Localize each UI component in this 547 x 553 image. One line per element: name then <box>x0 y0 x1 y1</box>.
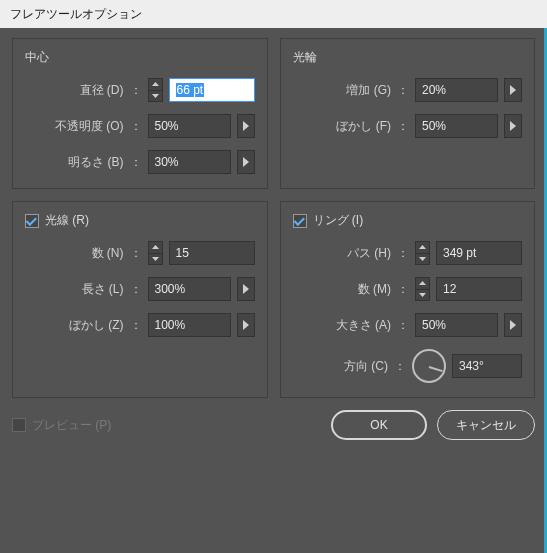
dialog-content: 中心 直径 (D) ： 66 pt 不透明度 (O) ： 50% 明るさ (B)… <box>0 28 547 452</box>
label-rings-size: 大きさ (A) <box>336 317 391 334</box>
svg-marker-4 <box>510 85 516 95</box>
rings-count-input[interactable]: 12 <box>436 277 522 301</box>
chevron-up-icon[interactable] <box>149 242 162 254</box>
panel-halo-title: 光輪 <box>293 49 523 66</box>
growth-dropdown-button[interactable] <box>504 78 522 102</box>
panel-center-title: 中心 <box>25 49 255 66</box>
label-opacity: 不透明度 (O) <box>55 118 124 135</box>
svg-marker-5 <box>510 121 516 131</box>
rays-length-dropdown-button[interactable] <box>237 277 255 301</box>
growth-input[interactable]: 20% <box>415 78 498 102</box>
brightness-dropdown-button[interactable] <box>237 150 255 174</box>
direction-input[interactable]: 343° <box>452 354 522 378</box>
opacity-input[interactable]: 50% <box>148 114 231 138</box>
svg-marker-7 <box>152 257 159 261</box>
chevron-up-icon[interactable] <box>416 278 429 290</box>
svg-marker-14 <box>510 320 516 330</box>
label-rings-direction: 方向 (C) <box>344 358 388 375</box>
panel-rings: リング (I) パス (H) ： 349 pt 数 (M) ： 12 <box>280 201 536 398</box>
window-title: フレアツールオプション <box>10 7 142 21</box>
halo-blur-input[interactable]: 50% <box>415 114 498 138</box>
brightness-input[interactable]: 30% <box>148 150 231 174</box>
rings-path-spinner[interactable] <box>415 241 430 265</box>
svg-marker-1 <box>152 94 159 98</box>
rays-checkbox[interactable] <box>25 214 39 228</box>
svg-marker-10 <box>419 245 426 249</box>
label-brightness: 明るさ (B) <box>68 154 123 171</box>
label-rays-count: 数 (N) <box>92 245 124 262</box>
label-rings-count: 数 (M) <box>358 281 391 298</box>
panel-center: 中心 直径 (D) ： 66 pt 不透明度 (O) ： 50% 明るさ (B)… <box>12 38 268 189</box>
panel-halo: 光輪 増加 (G) ： 20% ぼかし (F) ： 50% <box>280 38 536 189</box>
rings-checkbox[interactable] <box>293 214 307 228</box>
rings-count-spinner[interactable] <box>415 277 430 301</box>
rays-count-spinner[interactable] <box>148 241 163 265</box>
svg-marker-13 <box>419 293 426 297</box>
chevron-down-icon[interactable] <box>416 290 429 301</box>
preview-label: プレビュー (P) <box>32 417 111 434</box>
halo-blur-dropdown-button[interactable] <box>504 114 522 138</box>
svg-marker-9 <box>243 320 249 330</box>
label-rings-path: パス (H) <box>347 245 391 262</box>
svg-marker-8 <box>243 284 249 294</box>
svg-marker-3 <box>243 157 249 167</box>
chevron-down-icon[interactable] <box>416 254 429 265</box>
label-diameter: 直径 (D) <box>80 82 124 99</box>
label-rays-length: 長さ (L) <box>82 281 124 298</box>
diameter-step-up-icon[interactable] <box>149 79 162 91</box>
rays-count-input[interactable]: 15 <box>169 241 255 265</box>
svg-marker-6 <box>152 245 159 249</box>
rays-blur-dropdown-button[interactable] <box>237 313 255 337</box>
rings-path-input[interactable]: 349 pt <box>436 241 522 265</box>
title-bar: フレアツールオプション <box>0 0 547 28</box>
opacity-dropdown-button[interactable] <box>237 114 255 138</box>
direction-angle-widget[interactable] <box>412 349 446 383</box>
diameter-input[interactable]: 66 pt <box>169 78 255 102</box>
ok-button[interactable]: OK <box>331 410 427 440</box>
rings-size-dropdown-button[interactable] <box>504 313 522 337</box>
panel-rays: 光線 (R) 数 (N) ： 15 長さ (L) ： 300% ぼかし (Z) … <box>12 201 268 398</box>
label-rays-blur: ぼかし (Z) <box>69 317 124 334</box>
cancel-button[interactable]: キャンセル <box>437 410 535 440</box>
diameter-step-down-icon[interactable] <box>149 91 162 102</box>
preview-option: プレビュー (P) <box>12 417 111 434</box>
chevron-up-icon[interactable] <box>416 242 429 254</box>
svg-marker-12 <box>419 281 426 285</box>
rays-blur-input[interactable]: 100% <box>148 313 231 337</box>
preview-checkbox <box>12 418 26 432</box>
svg-marker-0 <box>152 82 159 86</box>
svg-marker-2 <box>243 121 249 131</box>
chevron-down-icon[interactable] <box>149 254 162 265</box>
rays-length-input[interactable]: 300% <box>148 277 231 301</box>
svg-marker-11 <box>419 257 426 261</box>
panel-rings-title: リング (I) <box>313 212 364 229</box>
label-growth: 増加 (G) <box>346 82 391 99</box>
panel-rays-title: 光線 (R) <box>45 212 89 229</box>
rings-size-input[interactable]: 50% <box>415 313 498 337</box>
label-halo-blur: ぼかし (F) <box>336 118 391 135</box>
diameter-spinner[interactable] <box>148 78 163 102</box>
